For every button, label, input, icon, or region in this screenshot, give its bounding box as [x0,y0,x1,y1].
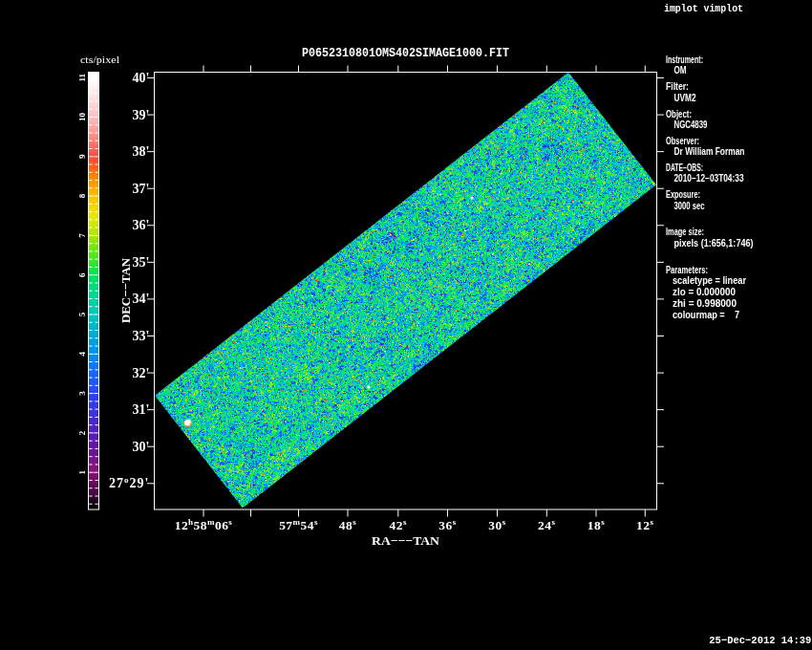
svg-text:40': 40' [133,71,150,85]
svg-text:10: 10 [77,113,87,122]
svg-text:12s: 12s [636,517,653,532]
svg-text:7: 7 [77,233,87,238]
svg-text:NGC4839: NGC4839 [674,119,708,130]
svg-text:P0652310801OMS402SIMAGE1000.FI: P0652310801OMS402SIMAGE1000.FIT [302,47,509,60]
svg-text:36': 36' [133,218,150,232]
svg-text:48s: 48s [339,517,356,532]
svg-text:RA−−−TAN: RA−−−TAN [372,533,439,548]
svg-text:zhi = 0.998000: zhi = 0.998000 [673,298,737,309]
svg-text:OM: OM [674,65,687,76]
svg-text:32': 32' [133,366,150,380]
svg-text:31': 31' [133,402,150,417]
svg-text:2010−12−03T04:33: 2010−12−03T04:33 [674,173,744,184]
svg-text:34': 34' [133,292,150,306]
svg-text:zlo = 0.000000: zlo = 0.000000 [673,287,736,297]
svg-text:39': 39' [133,108,150,122]
svg-text:5: 5 [77,312,87,316]
svg-text:3000 sec: 3000 sec [674,201,705,211]
svg-text:Filter:: Filter: [666,81,689,92]
svg-text:Object:: Object: [666,109,692,119]
svg-text:Parameters:: Parameters: [666,265,708,275]
svg-text:3: 3 [77,391,87,396]
svg-text:Image size:: Image size: [666,227,704,237]
svg-text:57m54s: 57m54s [279,517,318,532]
svg-text:scaletype = linear: scaletype = linear [673,275,746,286]
svg-text:30s: 30s [488,517,505,532]
svg-text:37': 37' [133,182,150,196]
svg-text:DEC−−TAN: DEC−−TAN [118,258,133,323]
svg-text:Instrument:: Instrument: [666,54,703,65]
svg-text:18s: 18s [588,517,605,532]
svg-text:pixels (1:656,1:746): pixels (1:656,1:746) [674,238,754,249]
svg-text:8: 8 [77,193,87,198]
svg-text:11: 11 [77,73,87,81]
svg-text:implot vimplot: implot vimplot [664,3,743,14]
svg-text:UVM2: UVM2 [674,93,696,103]
svg-text:35': 35' [133,255,150,270]
svg-text:24s: 24s [538,517,555,532]
svg-text:Exposure:: Exposure: [666,189,700,200]
svg-text:25−Dec−2012 14:39: 25−Dec−2012 14:39 [709,635,811,646]
svg-text:cts/pixel: cts/pixel [80,54,119,65]
svg-text:Observer:: Observer: [666,136,699,146]
svg-text:12h58m06s: 12h58m06s [175,517,233,532]
svg-text:36s: 36s [438,517,456,532]
svg-text:DATE−OBS:: DATE−OBS: [666,162,703,173]
svg-text:27o29': 27o29' [109,475,149,490]
svg-text:1: 1 [77,469,87,474]
svg-text:4: 4 [77,352,87,357]
svg-text:Dr William Forman: Dr William Forman [674,146,745,157]
svg-text:9: 9 [77,154,87,159]
svg-text:33': 33' [133,329,150,343]
svg-text:30': 30' [133,440,150,454]
svg-text:42s: 42s [390,517,407,532]
svg-text:6: 6 [77,272,87,277]
svg-text:colourmap = 7: colourmap = 7 [673,310,739,320]
svg-text:38': 38' [133,144,150,159]
svg-text:2: 2 [77,430,87,435]
